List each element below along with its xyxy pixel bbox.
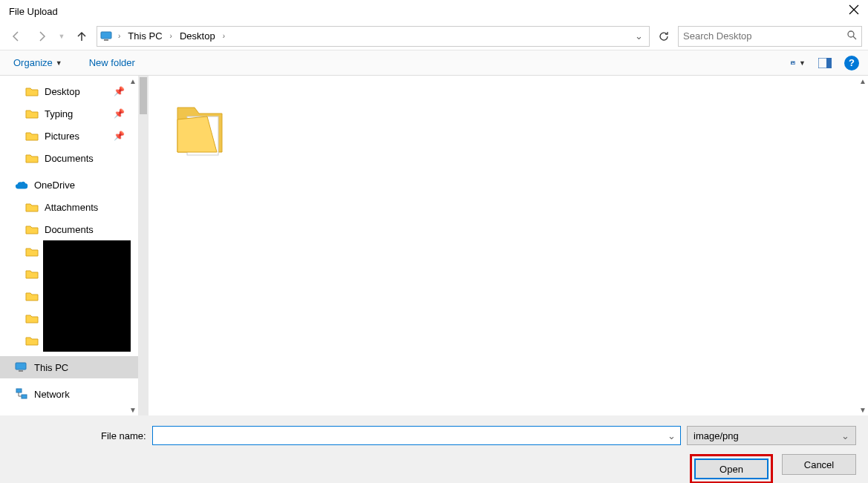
- window-title: File Upload: [9, 6, 829, 17]
- dialog-body: ▲ ▼ Desktop 📌 Typing 📌 Pictures 📌 Docume…: [0, 76, 868, 415]
- chevron-down-icon[interactable]: ⌄: [663, 430, 676, 441]
- navigation-pane[interactable]: ▲ ▼ Desktop 📌 Typing 📌 Pictures 📌 Docume…: [0, 76, 138, 415]
- folder-item[interactable]: [159, 83, 241, 172]
- folder-icon: [25, 129, 39, 142]
- open-label: Open: [719, 464, 743, 475]
- chevron-right-icon: ›: [117, 32, 122, 40]
- filetype-label: image/png: [694, 430, 841, 441]
- search-box[interactable]: [678, 26, 862, 47]
- forward-button: [31, 26, 52, 47]
- picture-icon: [791, 57, 797, 69]
- new-folder-label: New folder: [89, 57, 135, 68]
- filename-combo[interactable]: ⌄: [152, 426, 681, 445]
- refresh-icon: [658, 30, 670, 42]
- nav-item-label: Desktop: [45, 86, 80, 97]
- nav-item-label: Network: [34, 389, 70, 400]
- breadcrumb-folder[interactable]: Desktop: [177, 29, 218, 43]
- cancel-button[interactable]: Cancel: [782, 454, 856, 475]
- breadcrumb-root[interactable]: This PC: [125, 29, 165, 43]
- scroll-thumb[interactable]: [140, 77, 147, 114]
- new-folder-button[interactable]: New folder: [85, 54, 140, 71]
- nav-item-typing[interactable]: Typing 📌: [0, 102, 138, 125]
- up-button[interactable]: [71, 26, 92, 47]
- nav-item-label: Documents: [45, 224, 94, 235]
- view-mode-button[interactable]: ▼: [791, 56, 806, 70]
- folder-icon: [25, 223, 39, 236]
- close-icon: [849, 4, 859, 15]
- svg-rect-10: [826, 58, 832, 68]
- nav-item-documents[interactable]: Documents: [0, 147, 138, 169]
- folder-icon: [25, 200, 39, 214]
- organize-label: Organize: [13, 57, 53, 68]
- nav-item-label: Typing: [45, 108, 73, 119]
- filename-input[interactable]: [157, 430, 663, 441]
- arrow-right-icon: [36, 30, 48, 42]
- pin-icon: 📌: [114, 86, 125, 96]
- organize-button[interactable]: Organize ▼: [9, 54, 67, 71]
- refresh-button[interactable]: [654, 27, 673, 46]
- nav-item-network[interactable]: Network: [0, 383, 138, 405]
- folder-icon: [25, 85, 39, 98]
- svg-rect-12: [19, 370, 23, 372]
- back-button: [6, 26, 27, 47]
- title-bar: File Upload: [0, 0, 868, 22]
- scrollbar-right: ▲ ▼: [858, 76, 868, 415]
- file-list-pane[interactable]: ▲ ▼: [138, 76, 868, 415]
- search-input[interactable]: [683, 30, 846, 42]
- folder-icon: [25, 107, 39, 120]
- open-button[interactable]: Open: [694, 459, 769, 479]
- address-dropdown[interactable]: ⌄: [632, 30, 646, 42]
- dialog-footer: File name: ⌄ image/png ⌄ Open Cancel: [0, 415, 868, 483]
- folder-icon: [25, 246, 39, 257]
- nav-item-od-documents[interactable]: Documents: [0, 218, 138, 240]
- chevron-down-icon: ▼: [56, 59, 62, 67]
- chevron-down-icon: ⌄: [841, 430, 849, 441]
- svg-rect-13: [16, 389, 22, 392]
- nav-item-label: Attachments: [45, 202, 98, 213]
- open-highlight: Open: [690, 454, 773, 483]
- chevron-right-icon: ›: [169, 32, 174, 40]
- recent-dropdown[interactable]: ▼: [56, 26, 67, 47]
- pc-icon: [15, 361, 28, 374]
- arrow-up-icon: [76, 30, 88, 42]
- scroll-down-icon[interactable]: ▼: [129, 406, 137, 414]
- nav-item-label: Documents: [45, 153, 94, 164]
- navigation-row: ▼ › This PC › Desktop › ⌄: [0, 22, 868, 50]
- toolbar: Organize ▼ New folder ▼ ?: [0, 50, 868, 76]
- folder-large-icon: [166, 94, 233, 161]
- address-bar[interactable]: › This PC › Desktop › ⌄: [97, 26, 650, 47]
- folder-icon: [25, 291, 39, 301]
- nav-item-label: OneDrive: [34, 180, 75, 191]
- nav-redacted-block: [0, 240, 138, 352]
- nav-item-label: Pictures: [45, 131, 79, 142]
- nav-item-onedrive[interactable]: OneDrive: [0, 174, 138, 196]
- folder-icon: [25, 313, 39, 323]
- arrow-left-icon: [10, 30, 22, 42]
- pc-icon: [100, 30, 114, 43]
- folder-icon: [25, 151, 39, 165]
- svg-point-8: [792, 62, 792, 62]
- pin-icon: 📌: [114, 108, 125, 119]
- folder-icon: [25, 335, 39, 346]
- scroll-down-icon[interactable]: ▼: [859, 406, 867, 414]
- filename-label: File name:: [101, 430, 146, 441]
- svg-rect-11: [16, 363, 26, 369]
- preview-pane-button[interactable]: [818, 56, 832, 70]
- pin-icon: 📌: [114, 131, 125, 141]
- filetype-filter[interactable]: image/png ⌄: [687, 426, 856, 445]
- help-button[interactable]: ?: [844, 56, 859, 70]
- nav-item-desktop[interactable]: Desktop 📌: [0, 80, 138, 102]
- search-icon: [846, 30, 857, 42]
- close-button[interactable]: [829, 4, 859, 18]
- svg-rect-2: [101, 32, 111, 39]
- network-icon: [15, 387, 28, 401]
- scroll-up-icon[interactable]: ▲: [859, 77, 867, 85]
- onedrive-icon: [15, 178, 28, 191]
- nav-item-thispc[interactable]: This PC: [0, 356, 138, 378]
- svg-rect-14: [22, 395, 27, 398]
- nav-item-pictures[interactable]: Pictures 📌: [0, 125, 138, 147]
- scrollbar[interactable]: [138, 76, 149, 415]
- cancel-label: Cancel: [804, 459, 834, 470]
- nav-item-attachments[interactable]: Attachments: [0, 196, 138, 218]
- panel-icon: [818, 58, 832, 68]
